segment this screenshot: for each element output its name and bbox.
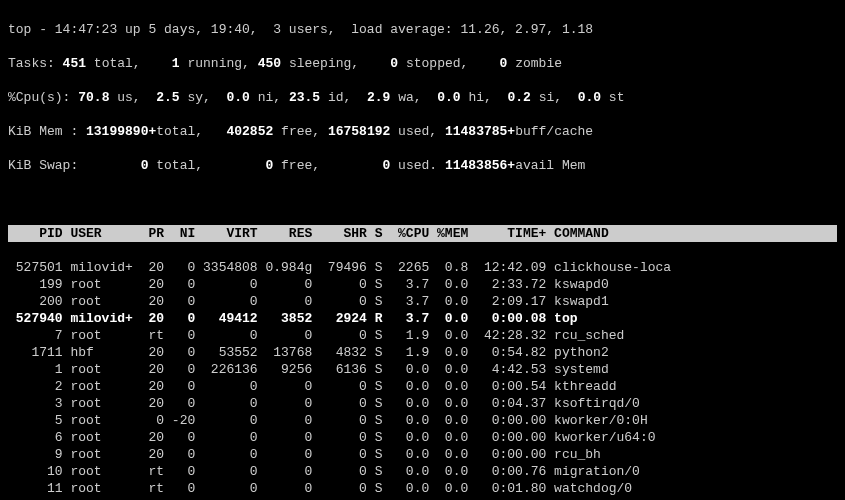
mem-total: 13199890+ <box>78 124 156 139</box>
process-row[interactable]: 527501 milovid+ 20 0 3354808 0.984g 7949… <box>8 259 837 276</box>
process-row[interactable]: 11 root rt 0 0 0 0 S 0.0 0.0 0:01.80 wat… <box>8 480 837 497</box>
process-row[interactable]: 6 root 20 0 0 0 0 S 0.0 0.0 0:00.00 kwor… <box>8 429 837 446</box>
process-table-body: 527501 milovid+ 20 0 3354808 0.984g 7949… <box>8 259 837 500</box>
cpu-id: 23.5 <box>281 90 328 105</box>
cpu-si: 0.2 <box>500 90 539 105</box>
mem-label: KiB Mem : <box>8 124 78 139</box>
tasks-label: Tasks: <box>8 56 55 71</box>
process-row[interactable]: 527940 milovid+ 20 0 49412 3852 2924 R 3… <box>8 310 837 327</box>
process-row[interactable]: 200 root 20 0 0 0 0 S 3.7 0.0 2:09.17 ks… <box>8 293 837 310</box>
process-row[interactable]: 5 root 0 -20 0 0 0 S 0.0 0.0 0:00.00 kwo… <box>8 412 837 429</box>
process-row[interactable]: 199 root 20 0 0 0 0 S 3.7 0.0 2:33.72 ks… <box>8 276 837 293</box>
swap-used: 0 <box>375 158 398 173</box>
summary-line-uptime: top - 14:47:23 up 5 days, 19:40, 3 users… <box>8 21 837 38</box>
tasks-zombie: 0 <box>484 56 515 71</box>
cpu-sy: 2.5 <box>148 90 187 105</box>
summary-line-tasks: Tasks: 451 total, 1 running, 450 sleepin… <box>8 55 837 72</box>
tasks-sleeping: 450 <box>250 56 289 71</box>
process-row[interactable]: 9 root 20 0 0 0 0 S 0.0 0.0 0:00.00 rcu_… <box>8 446 837 463</box>
terminal[interactable]: top - 14:47:23 up 5 days, 19:40, 3 users… <box>0 0 845 500</box>
cpu-label: %Cpu(s): <box>8 90 70 105</box>
tasks-total: 451 <box>55 56 94 71</box>
swap-label: KiB Swap: <box>8 158 133 173</box>
cpu-ni: 0.0 <box>219 90 258 105</box>
swap-avail: 11483856+ <box>437 158 515 173</box>
cpu-hi: 0.0 <box>429 90 468 105</box>
process-row[interactable]: 3 root 20 0 0 0 0 S 0.0 0.0 0:04.37 ksof… <box>8 395 837 412</box>
mem-buff: 11483785+ <box>437 124 515 139</box>
swap-free: 0 <box>258 158 281 173</box>
process-row[interactable]: 10 root rt 0 0 0 0 S 0.0 0.0 0:00.76 mig… <box>8 463 837 480</box>
cpu-wa: 2.9 <box>359 90 398 105</box>
summary-line-mem: KiB Mem : 13199890+total, 402852 free, 1… <box>8 123 837 140</box>
summary-line-swap: KiB Swap: 0 total, 0 free, 0 used. 11483… <box>8 157 837 174</box>
cpu-us: 70.8 <box>70 90 117 105</box>
summary-line-cpu: %Cpu(s): 70.8 us, 2.5 sy, 0.0 ni, 23.5 i… <box>8 89 837 106</box>
blank-line <box>8 191 837 208</box>
tasks-stopped: 0 <box>375 56 406 71</box>
process-row[interactable]: 7 root rt 0 0 0 0 S 1.9 0.0 42:28.32 rcu… <box>8 327 837 344</box>
mem-free: 402852 <box>219 124 281 139</box>
process-row[interactable]: 1 root 20 0 226136 9256 6136 S 0.0 0.0 4… <box>8 361 837 378</box>
mem-used: 16758192 <box>320 124 398 139</box>
cpu-st: 0.0 <box>570 90 609 105</box>
process-row[interactable]: 2 root 20 0 0 0 0 S 0.0 0.0 0:00.54 kthr… <box>8 378 837 395</box>
tasks-running: 1 <box>156 56 187 71</box>
process-table-header[interactable]: PID USER PR NI VIRT RES SHR S %CPU %MEM … <box>8 225 837 242</box>
process-row[interactable]: 1711 hbf 20 0 53552 13768 4832 S 1.9 0.0… <box>8 344 837 361</box>
swap-total: 0 <box>133 158 156 173</box>
